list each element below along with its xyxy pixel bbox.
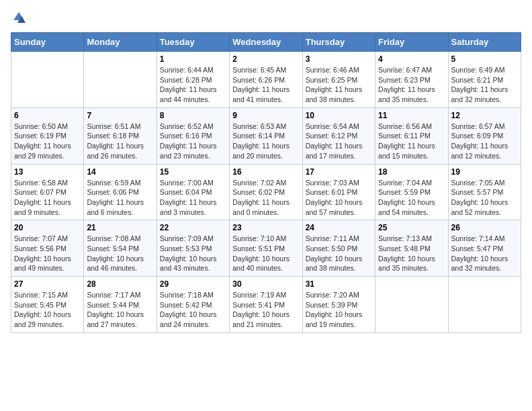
day-number: 24 [306, 223, 372, 232]
calendar-cell: 6Sunrise: 6:50 AM Sunset: 6:19 PM Daylig… [11, 107, 84, 164]
calendar-cell: 14Sunrise: 6:59 AM Sunset: 6:06 PM Dayli… [84, 164, 157, 220]
calendar-week-row: 13Sunrise: 6:58 AM Sunset: 6:07 PM Dayli… [11, 164, 521, 220]
calendar-cell: 25Sunrise: 7:13 AM Sunset: 5:48 PM Dayli… [375, 220, 448, 277]
day-number: 22 [160, 223, 226, 232]
cell-content: Sunrise: 7:15 AM Sunset: 5:45 PM Dayligh… [14, 290, 81, 330]
calendar-cell: 20Sunrise: 7:07 AM Sunset: 5:56 PM Dayli… [11, 220, 84, 277]
cell-content: Sunrise: 6:44 AM Sunset: 6:28 PM Dayligh… [160, 65, 226, 105]
day-number: 31 [306, 279, 372, 289]
cell-content: Sunrise: 6:45 AM Sunset: 6:26 PM Dayligh… [232, 65, 299, 105]
day-number: 13 [14, 167, 81, 177]
day-number: 5 [451, 54, 518, 64]
column-header-thursday: Thursday [302, 33, 375, 52]
calendar-cell: 16Sunrise: 7:02 AM Sunset: 6:02 PM Dayli… [230, 164, 302, 220]
cell-content: Sunrise: 6:54 AM Sunset: 6:12 PM Dayligh… [306, 122, 372, 161]
day-number: 14 [87, 167, 153, 177]
column-header-friday: Friday [375, 33, 448, 52]
column-header-wednesday: Wednesday [230, 33, 302, 52]
day-number: 30 [232, 279, 299, 289]
calendar-cell: 12Sunrise: 6:57 AM Sunset: 6:09 PM Dayli… [448, 107, 521, 164]
calendar-cell: 17Sunrise: 7:03 AM Sunset: 6:01 PM Dayli… [302, 164, 375, 220]
cell-content: Sunrise: 7:20 AM Sunset: 5:39 PM Dayligh… [306, 290, 372, 330]
column-header-saturday: Saturday [448, 33, 521, 52]
cell-content: Sunrise: 6:53 AM Sunset: 6:14 PM Dayligh… [232, 122, 299, 161]
cell-content: Sunrise: 7:13 AM Sunset: 5:48 PM Dayligh… [378, 234, 445, 273]
day-number: 6 [14, 111, 81, 120]
calendar-cell: 18Sunrise: 7:04 AM Sunset: 5:59 PM Dayli… [375, 164, 448, 220]
cell-content: Sunrise: 6:52 AM Sunset: 6:16 PM Dayligh… [160, 122, 226, 161]
calendar-cell: 15Sunrise: 7:00 AM Sunset: 6:04 PM Dayli… [157, 164, 229, 220]
cell-content: Sunrise: 7:08 AM Sunset: 5:54 PM Dayligh… [87, 234, 153, 273]
day-number: 7 [87, 111, 153, 120]
calendar-cell: 27Sunrise: 7:15 AM Sunset: 5:45 PM Dayli… [11, 277, 84, 333]
calendar-cell [11, 52, 84, 108]
cell-content: Sunrise: 7:14 AM Sunset: 5:47 PM Dayligh… [451, 234, 518, 273]
day-number: 3 [306, 54, 372, 64]
calendar-header-row: SundayMondayTuesdayWednesdayThursdayFrid… [11, 33, 521, 52]
calendar-week-row: 20Sunrise: 7:07 AM Sunset: 5:56 PM Dayli… [11, 220, 521, 277]
calendar-cell: 29Sunrise: 7:18 AM Sunset: 5:42 PM Dayli… [157, 277, 229, 333]
cell-content: Sunrise: 7:07 AM Sunset: 5:56 PM Dayligh… [14, 234, 81, 273]
day-number: 17 [306, 167, 372, 177]
cell-content: Sunrise: 7:04 AM Sunset: 5:59 PM Dayligh… [378, 178, 445, 218]
day-number: 9 [232, 111, 299, 120]
column-header-monday: Monday [84, 33, 157, 52]
logo-icon [12, 11, 26, 24]
calendar-cell: 7Sunrise: 6:51 AM Sunset: 6:18 PM Daylig… [84, 107, 157, 164]
calendar-cell: 4Sunrise: 6:47 AM Sunset: 6:23 PM Daylig… [375, 52, 448, 108]
calendar-cell: 3Sunrise: 6:46 AM Sunset: 6:25 PM Daylig… [302, 52, 375, 108]
cell-content: Sunrise: 6:57 AM Sunset: 6:09 PM Dayligh… [451, 122, 518, 161]
cell-content: Sunrise: 6:56 AM Sunset: 6:11 PM Dayligh… [378, 122, 445, 161]
day-number: 4 [378, 54, 445, 64]
day-number: 28 [87, 279, 153, 289]
calendar-cell: 31Sunrise: 7:20 AM Sunset: 5:39 PM Dayli… [302, 277, 375, 333]
calendar-cell: 8Sunrise: 6:52 AM Sunset: 6:16 PM Daylig… [157, 107, 229, 164]
cell-content: Sunrise: 6:59 AM Sunset: 6:06 PM Dayligh… [87, 178, 153, 218]
cell-content: Sunrise: 7:05 AM Sunset: 5:57 PM Dayligh… [451, 178, 518, 218]
cell-content: Sunrise: 7:18 AM Sunset: 5:42 PM Dayligh… [160, 290, 226, 330]
calendar-week-row: 6Sunrise: 6:50 AM Sunset: 6:19 PM Daylig… [11, 107, 521, 164]
cell-content: Sunrise: 7:17 AM Sunset: 5:44 PM Dayligh… [87, 290, 153, 330]
calendar-cell: 28Sunrise: 7:17 AM Sunset: 5:44 PM Dayli… [84, 277, 157, 333]
column-header-sunday: Sunday [11, 33, 84, 52]
cell-content: Sunrise: 7:10 AM Sunset: 5:51 PM Dayligh… [232, 234, 299, 273]
page-header [11, 11, 521, 24]
calendar-cell: 22Sunrise: 7:09 AM Sunset: 5:53 PM Dayli… [157, 220, 229, 277]
day-number: 10 [306, 111, 372, 120]
day-number: 1 [160, 54, 226, 64]
calendar-cell: 11Sunrise: 6:56 AM Sunset: 6:11 PM Dayli… [375, 107, 448, 164]
calendar-cell [84, 52, 157, 108]
calendar-cell: 26Sunrise: 7:14 AM Sunset: 5:47 PM Dayli… [448, 220, 521, 277]
column-header-tuesday: Tuesday [157, 33, 229, 52]
day-number: 20 [14, 223, 81, 232]
cell-content: Sunrise: 6:47 AM Sunset: 6:23 PM Dayligh… [378, 65, 445, 105]
calendar-table: SundayMondayTuesdayWednesdayThursdayFrid… [11, 32, 521, 333]
cell-content: Sunrise: 7:02 AM Sunset: 6:02 PM Dayligh… [232, 178, 299, 218]
cell-content: Sunrise: 6:50 AM Sunset: 6:19 PM Dayligh… [14, 122, 81, 161]
cell-content: Sunrise: 6:58 AM Sunset: 6:07 PM Dayligh… [14, 178, 81, 218]
calendar-week-row: 1Sunrise: 6:44 AM Sunset: 6:28 PM Daylig… [11, 52, 521, 108]
day-number: 29 [160, 279, 226, 289]
cell-content: Sunrise: 6:46 AM Sunset: 6:25 PM Dayligh… [306, 65, 372, 105]
cell-content: Sunrise: 6:49 AM Sunset: 6:21 PM Dayligh… [451, 65, 518, 105]
day-number: 8 [160, 111, 226, 120]
calendar-cell: 1Sunrise: 6:44 AM Sunset: 6:28 PM Daylig… [157, 52, 229, 108]
logo [11, 11, 26, 24]
calendar-cell: 21Sunrise: 7:08 AM Sunset: 5:54 PM Dayli… [84, 220, 157, 277]
cell-content: Sunrise: 6:51 AM Sunset: 6:18 PM Dayligh… [87, 122, 153, 161]
day-number: 23 [232, 223, 299, 232]
calendar-cell: 30Sunrise: 7:19 AM Sunset: 5:41 PM Dayli… [230, 277, 302, 333]
day-number: 21 [87, 223, 153, 232]
calendar-week-row: 27Sunrise: 7:15 AM Sunset: 5:45 PM Dayli… [11, 277, 521, 333]
cell-content: Sunrise: 7:09 AM Sunset: 5:53 PM Dayligh… [160, 234, 226, 273]
day-number: 2 [232, 54, 299, 64]
day-number: 27 [14, 279, 81, 289]
calendar-cell [448, 277, 521, 333]
cell-content: Sunrise: 7:11 AM Sunset: 5:50 PM Dayligh… [306, 234, 372, 273]
calendar-cell: 19Sunrise: 7:05 AM Sunset: 5:57 PM Dayli… [448, 164, 521, 220]
day-number: 12 [451, 111, 518, 120]
day-number: 25 [378, 223, 445, 232]
calendar-cell: 24Sunrise: 7:11 AM Sunset: 5:50 PM Dayli… [302, 220, 375, 277]
day-number: 26 [451, 223, 518, 232]
day-number: 19 [451, 167, 518, 177]
